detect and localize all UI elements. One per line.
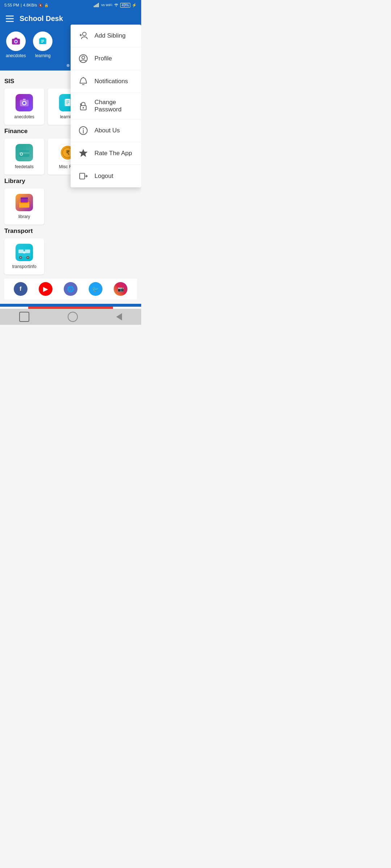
about-us-icon [78, 125, 89, 136]
menu-item-add-sibling[interactable]: Add Sibling [71, 25, 141, 47]
vo-wifi: Vo WiFi [101, 3, 112, 7]
youtube-icon: ▶ [43, 285, 48, 293]
rate-app-label: Rate The App [94, 150, 132, 157]
anecdotes-icon [16, 94, 33, 111]
library-grid: library [4, 188, 137, 225]
carousel-learning-label: learning [35, 53, 51, 58]
facebook-icon: f [20, 286, 21, 292]
transport-grid: i transportinfo [4, 238, 137, 275]
hamburger-menu-button[interactable] [6, 16, 14, 22]
anecdotes-carousel-icon [6, 31, 26, 51]
mute-icon: 🔇 [38, 3, 43, 7]
library-label: library [18, 214, 30, 219]
menu-item-logout[interactable]: Logout [71, 165, 141, 187]
menu-item-about-us[interactable]: About Us [71, 119, 141, 142]
library-icon [16, 194, 33, 211]
svg-point-30 [21, 153, 22, 155]
logout-icon [78, 171, 89, 182]
bottom-nav-bar [0, 304, 141, 307]
signal-icon [94, 3, 100, 7]
instagram-icon: 📷 [118, 286, 124, 292]
feedetails-label: feedetails [15, 164, 33, 169]
rate-app-icon [78, 148, 89, 159]
svg-rect-14 [40, 38, 45, 44]
youtube-button[interactable]: ▶ [39, 282, 52, 296]
carousel-item-learning[interactable]: learning [33, 31, 52, 58]
menu-item-change-password[interactable]: Change Password [71, 93, 141, 119]
status-left: 5:55 PM | 4.8KB/s 🔇 🔒 [4, 3, 49, 7]
instagram-button[interactable]: 📷 [114, 282, 127, 296]
back-triangle-button[interactable] [116, 313, 122, 320]
svg-rect-1 [95, 5, 96, 7]
add-sibling-label: Add Sibling [94, 32, 126, 39]
twitter-icon: 🐦 [92, 286, 99, 293]
home-circle-button[interactable] [68, 312, 78, 322]
carousel-item-anecdotes[interactable]: anecdotes [6, 31, 26, 58]
menu-item-rate-app[interactable]: Rate The App [71, 142, 141, 165]
add-sibling-icon [78, 30, 89, 41]
logout-label: Logout [94, 173, 113, 180]
svg-rect-6 [6, 16, 14, 17]
twitter-button[interactable]: 🐦 [89, 282, 102, 296]
back-square-button[interactable] [19, 312, 29, 322]
app-title: School Desk [20, 14, 63, 23]
svg-marker-61 [79, 149, 87, 157]
carousel-anecdotes-label: anecdotes [6, 53, 26, 58]
menu-item-profile[interactable]: Profile [71, 47, 141, 70]
menu-item-notifications[interactable]: Notifications [71, 70, 141, 93]
about-us-label: About Us [94, 127, 120, 134]
notifications-label: Notifications [94, 78, 128, 85]
svg-point-11 [15, 41, 17, 43]
dropdown-menu: Add Sibling Profile Notifications [71, 25, 141, 187]
svg-text:₹: ₹ [66, 150, 70, 156]
svg-point-44 [27, 257, 29, 258]
svg-rect-8 [6, 21, 14, 22]
change-password-icon [78, 101, 89, 111]
time: 5:55 PM [4, 3, 19, 7]
svg-rect-37 [21, 197, 28, 199]
status-bar: 5:55 PM | 4.8KB/s 🔇 🔒 Vo WiFi 49% ⚡ [0, 0, 141, 10]
svg-point-42 [20, 257, 21, 258]
profile-icon [78, 53, 89, 64]
svg-rect-62 [80, 173, 85, 179]
battery-level: 49% [120, 3, 130, 8]
grid-item-transportinfo[interactable]: i transportinfo [4, 238, 44, 275]
svg-rect-39 [18, 250, 24, 253]
transport-icon: i [16, 244, 33, 261]
svg-rect-21 [23, 99, 26, 100]
svg-rect-2 [96, 4, 97, 7]
nav-buttons [0, 309, 141, 325]
svg-rect-12 [14, 38, 17, 39]
section-transport: Transport i transportinf [4, 227, 137, 275]
svg-point-59 [83, 128, 84, 129]
facebook-button[interactable]: f [14, 282, 28, 296]
notifications-icon [78, 76, 89, 87]
svg-rect-40 [25, 250, 30, 253]
grid-item-anecdotes[interactable]: anecdotes [4, 89, 44, 125]
anecdotes-label: anecdotes [14, 114, 34, 119]
svg-point-5 [116, 6, 117, 7]
wifi-icon [114, 3, 119, 7]
svg-point-55 [83, 107, 84, 109]
svg-point-20 [23, 102, 26, 105]
svg-point-56 [80, 103, 81, 105]
svg-rect-7 [6, 18, 14, 19]
globe-button[interactable]: 🌐 [64, 282, 77, 296]
grid-item-feedetails[interactable]: feedetails [4, 139, 44, 175]
vpn-icon: 🔒 [44, 3, 49, 7]
learning-carousel-icon [33, 31, 52, 51]
transportinfo-label: transportinfo [12, 264, 37, 269]
change-password-label: Change Password [94, 99, 134, 113]
svg-point-47 [83, 32, 86, 36]
grid-item-library[interactable]: library [4, 188, 44, 225]
charging-icon: ⚡ [132, 3, 137, 8]
status-right: Vo WiFi 49% ⚡ [94, 3, 137, 8]
transport-title: Transport [4, 227, 137, 235]
svg-point-51 [82, 56, 85, 59]
globe-icon: 🌐 [67, 286, 74, 293]
social-footer: f ▶ 🌐 🐦 📷 [4, 278, 137, 299]
network-speed: | [21, 3, 22, 7]
profile-label: Profile [94, 55, 112, 62]
svg-rect-0 [94, 6, 94, 7]
feedetails-icon [16, 144, 33, 161]
